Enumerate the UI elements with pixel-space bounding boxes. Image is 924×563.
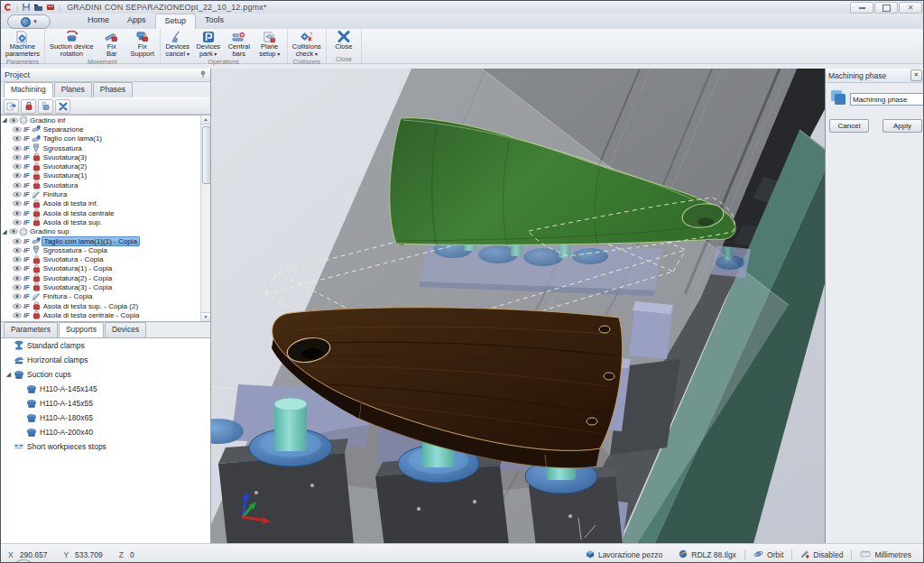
status-item-lavorazione-pezzo[interactable]: Lavorazione pezzo bbox=[578, 549, 670, 560]
eye-icon[interactable] bbox=[12, 126, 22, 133]
eye-icon[interactable] bbox=[12, 303, 22, 309]
tree-row-label[interactable]: Asola di testa sup. - Copia (2) bbox=[42, 302, 140, 310]
tree-row[interactable]: IFSgrossatura bbox=[1, 143, 210, 152]
tree-row[interactable]: IFSvuotatura(1) bbox=[1, 171, 210, 180]
support-row[interactable]: Horizontal clamps bbox=[1, 353, 210, 367]
tab-parameters[interactable]: Parameters bbox=[4, 322, 58, 337]
support-row-label[interactable]: Suction cups bbox=[27, 370, 71, 379]
tree-row-label[interactable]: Asola di testa centrale - Copia bbox=[42, 311, 142, 319]
collisions-check-button[interactable]: ?Collisionscheck ▾ bbox=[290, 30, 324, 58]
tree-row[interactable]: IFSvuotatura - Copia bbox=[1, 254, 210, 263]
minimize-button[interactable] bbox=[850, 2, 873, 14]
tab-supports[interactable]: Supports bbox=[59, 322, 104, 337]
application-menu-button[interactable]: ▾ bbox=[7, 14, 51, 29]
phase-name-input[interactable] bbox=[850, 93, 924, 106]
tree-row[interactable]: ◢Gradino sup bbox=[1, 227, 210, 236]
status-item-rdlz-88-tlgx[interactable]: RDLZ 88.tlgx bbox=[670, 549, 744, 560]
support-row-label[interactable]: H110-A-145x145 bbox=[40, 384, 97, 393]
tree-row[interactable]: ◢Gradino inf bbox=[1, 115, 210, 125]
tree-scrollbar[interactable]: ▲ ▼ bbox=[200, 115, 210, 321]
fix-support-button[interactable]: FixSupport bbox=[127, 30, 158, 58]
tree-row-label[interactable]: Finitura bbox=[42, 190, 69, 198]
tree-row-label[interactable]: Gradino inf bbox=[28, 116, 67, 125]
tree-row[interactable]: IFAsola di testa sup. - Copia (2) bbox=[1, 301, 210, 310]
3d-viewport[interactable] bbox=[211, 69, 825, 543]
app-logo-icon[interactable] bbox=[4, 3, 13, 12]
support-row[interactable]: Short workpieces stops bbox=[1, 439, 210, 454]
tree-row-label[interactable]: Asola di testa inf. bbox=[42, 199, 100, 208]
maximize-button[interactable] bbox=[874, 2, 898, 14]
eye-icon[interactable] bbox=[12, 265, 22, 272]
tree-row[interactable]: IFAsola di testa inf. bbox=[1, 199, 210, 208]
export-plan-button[interactable] bbox=[4, 99, 19, 114]
eye-icon[interactable] bbox=[12, 135, 22, 142]
tree-row[interactable]: IFSvuotatura(3) - Copia bbox=[1, 282, 210, 291]
status-item-orbit[interactable]: Orbit bbox=[745, 549, 791, 560]
tree-row-label[interactable]: Sgrossatura bbox=[42, 144, 84, 152]
support-row-label[interactable]: H110-A-180x65 bbox=[40, 413, 93, 422]
eye-icon[interactable] bbox=[12, 154, 22, 161]
tree-row-label[interactable]: Taglio con lama(1)(1) - Copia bbox=[42, 236, 140, 246]
eye-icon[interactable] bbox=[12, 284, 22, 291]
unlock-button[interactable] bbox=[38, 99, 53, 114]
tree-row-label[interactable]: Asola di testa centrale bbox=[42, 209, 116, 217]
support-row-label[interactable]: H110-A-200x40 bbox=[40, 428, 93, 437]
eye-icon[interactable] bbox=[12, 182, 22, 189]
status-item-millimetres[interactable]: Millimetres bbox=[852, 550, 919, 559]
eye-icon[interactable] bbox=[12, 247, 22, 254]
support-row-label[interactable]: H110-A-145x55 bbox=[40, 399, 93, 408]
tree-row-label[interactable]: Svuotatura bbox=[42, 181, 80, 189]
tree-row-label[interactable]: Asola di testa sup. bbox=[42, 218, 104, 226]
ribbon-tab-setup[interactable]: Setup bbox=[155, 14, 197, 30]
tree-row-label[interactable]: Svuotatura - Copia bbox=[42, 255, 106, 263]
tree-row[interactable]: IFTaglio con lama(1) bbox=[1, 134, 210, 143]
support-row-label[interactable]: Standard clamps bbox=[27, 341, 85, 350]
status-item-disabled[interactable]: Disabled bbox=[792, 549, 851, 560]
devices-cancel-button[interactable]: Devicescancel ▾ bbox=[162, 30, 193, 58]
tab-phases[interactable]: Phases bbox=[93, 82, 133, 97]
tab-devices[interactable]: Devices bbox=[105, 322, 146, 337]
eye-icon[interactable] bbox=[8, 117, 18, 124]
support-row-label[interactable]: Horizontal clamps bbox=[27, 355, 88, 365]
panel-close-button[interactable]: ✕ bbox=[910, 69, 922, 81]
recent-icon[interactable] bbox=[46, 3, 55, 12]
plane-setup-button[interactable]: Planesetup ▾ bbox=[254, 30, 285, 58]
eye-icon[interactable] bbox=[12, 293, 22, 300]
expander-icon[interactable]: ◢ bbox=[5, 371, 13, 378]
tree-row[interactable]: IFFinitura bbox=[1, 189, 210, 198]
tree-row-label[interactable]: Separazione bbox=[42, 125, 86, 134]
devices-park-button[interactable]: Devicespark ▾ bbox=[193, 30, 224, 58]
tree-row[interactable]: IFSvuotatura(2) - Copia bbox=[1, 273, 210, 282]
central-bars-button[interactable]: Centralbars bbox=[224, 30, 254, 58]
eye-icon[interactable] bbox=[12, 275, 22, 282]
eye-icon[interactable] bbox=[12, 238, 22, 245]
scrollbar-thumb[interactable] bbox=[202, 126, 210, 184]
tree-row[interactable]: IFSvuotatura(2) bbox=[1, 162, 210, 171]
ribbon-tab-tools[interactable]: Tools bbox=[196, 14, 233, 29]
support-row[interactable]: H110-A-200x40 bbox=[1, 425, 210, 439]
support-row[interactable]: Standard clamps bbox=[1, 338, 210, 353]
ribbon-tab-apps[interactable]: Apps bbox=[118, 14, 155, 29]
scroll-down-icon[interactable]: ▼ bbox=[201, 312, 210, 321]
eye-icon[interactable] bbox=[12, 210, 22, 217]
eye-icon[interactable] bbox=[12, 172, 22, 179]
machine-parameters-button[interactable]: Machineparameters bbox=[3, 30, 42, 58]
support-row[interactable]: ◢Suction cups bbox=[1, 367, 210, 382]
pin-icon[interactable] bbox=[199, 70, 207, 80]
eye-icon[interactable] bbox=[12, 191, 22, 198]
suction-device-rotation-button[interactable]: Suction devicerotation bbox=[47, 30, 97, 58]
tree-row[interactable]: IFAsola di testa centrale bbox=[1, 208, 210, 217]
eye-icon[interactable] bbox=[12, 145, 22, 152]
tree-row[interactable]: IFFinitura - Copia bbox=[1, 292, 210, 301]
expander-icon[interactable]: ◢ bbox=[1, 228, 8, 235]
support-row-label[interactable]: Short workpieces stops bbox=[27, 442, 106, 451]
tree-row-label[interactable]: Svuotatura(3) bbox=[42, 153, 88, 162]
tree-row-label[interactable]: Svuotatura(1) - Copia bbox=[42, 264, 114, 272]
tree-row[interactable]: IFAsola di testa centrale - Copia bbox=[1, 310, 210, 319]
tree-row[interactable]: IFAsola di testa sup. bbox=[1, 217, 210, 226]
tree-row[interactable]: IFTaglio con lama(1)(1) - Copia bbox=[1, 236, 210, 245]
tab-planes[interactable]: Planes bbox=[54, 82, 92, 97]
close-button[interactable]: ✕ bbox=[899, 2, 922, 14]
save-icon[interactable] bbox=[22, 3, 31, 12]
tree-row[interactable]: IFSvuotatura(3) bbox=[1, 152, 210, 162]
